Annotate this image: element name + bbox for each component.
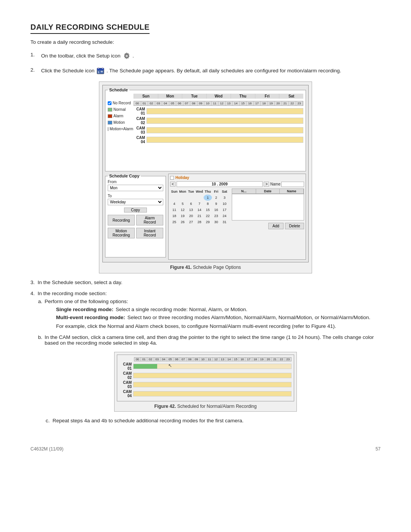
step4a-num: a.	[38, 299, 42, 332]
cam-row-03: CAM 03	[134, 126, 303, 134]
cal-day-24[interactable]: 24	[220, 213, 229, 219]
svg-text:1: 1	[98, 71, 99, 73]
figure-41-text: Schedule Page Options	[193, 265, 241, 270]
svg-rect-4	[98, 67, 99, 69]
name-label: Name	[270, 182, 280, 186]
copy-button[interactable]: Copy	[124, 208, 147, 212]
cam-grid: 00 01 02 03 04 05 06 07 08 09 10 11 12 1…	[134, 101, 303, 145]
fig42-cam-01-label: CAM 01	[119, 362, 133, 371]
holiday-label: Holiday	[175, 176, 189, 180]
cal-day-25[interactable]: 25	[170, 219, 178, 225]
cal-day-12[interactable]: 12	[178, 207, 187, 213]
cam-02-cells[interactable]	[147, 118, 303, 124]
cal-day-20[interactable]: 20	[187, 213, 195, 219]
cam-03-cells[interactable]	[147, 127, 303, 133]
fig42-cam-03-row: CAM 03	[119, 380, 292, 389]
fig42-cam-03-label: CAM 03	[119, 380, 133, 389]
day-fri: Fri	[255, 94, 279, 99]
cal-day-31[interactable]: 31	[220, 219, 229, 225]
gear-icon	[123, 52, 131, 60]
step-4c-block: c. Repeat steps 4a and 4b to schedule ad…	[46, 418, 381, 423]
cal-day-28[interactable]: 28	[195, 219, 204, 225]
cal-day-4[interactable]: 4	[170, 201, 178, 207]
cal-week-3: 11 12 13 14 15 16 17	[170, 207, 229, 213]
page-title: DAILY RECORDING SCHEDULE	[30, 23, 150, 34]
cal-day-19[interactable]: 19	[178, 213, 187, 219]
bullet-list: Single recording mode: Select a single r…	[56, 307, 370, 320]
step-3-block: 3. In the Schedule section, select a day…	[30, 280, 381, 285]
day-tue: Tue	[182, 94, 206, 99]
cal-day-15[interactable]: 15	[204, 207, 212, 213]
fig42-cam-03-cells[interactable]	[133, 382, 292, 387]
cal-day-3[interactable]: 3	[220, 195, 229, 201]
cal-day-5[interactable]: 5	[178, 201, 187, 207]
cal-day-6[interactable]: 6	[187, 201, 195, 207]
step4a-main: Perform one of the following options:	[45, 299, 128, 304]
ht-date-header: Date	[256, 189, 280, 193]
add-holiday-button[interactable]: Add	[268, 223, 284, 229]
alarm-record-button[interactable]: Alarm Record	[136, 215, 163, 225]
cal-day-8[interactable]: 8	[204, 201, 212, 207]
cal-day-9[interactable]: 9	[212, 201, 220, 207]
fig42-cam-02-cells[interactable]	[133, 373, 292, 378]
cal-day-11[interactable]: 11	[170, 207, 178, 213]
schedule-copy-legend: Schedule Copy	[108, 174, 141, 178]
cal-day-1[interactable]: 1	[204, 195, 212, 201]
cal-day-21[interactable]: 21	[195, 213, 204, 219]
step1-content: On the toolbar, click the Setup icon .	[41, 52, 134, 60]
schedule-panel: Schedule Sun Mon Tue Wed Thu Fri Sat	[102, 85, 309, 262]
recording-button[interactable]: Recording	[108, 215, 135, 225]
holiday-name-input[interactable]	[281, 182, 304, 187]
multi-mode-bold: Multi-event recording mode:	[56, 315, 125, 320]
fig42-cam-01-green	[134, 364, 157, 369]
holiday-checkbox-box	[170, 176, 174, 180]
cal-day-27[interactable]: 27	[187, 219, 195, 225]
motion-color	[108, 121, 112, 125]
cal-week-4: 18 19 20 21 22 23 24	[170, 213, 229, 219]
cursor-indicator: ↖	[168, 363, 172, 368]
step1-num: 1.	[30, 52, 39, 60]
ht-name-header: Name	[280, 189, 304, 193]
delete-holiday-button[interactable]: Delete	[285, 223, 304, 229]
step4c-num: c.	[46, 418, 50, 423]
prev-month-button[interactable]: <	[170, 182, 175, 187]
cal-day-29[interactable]: 29	[204, 219, 212, 225]
step4a-item: a. Perform one of the following options:…	[38, 299, 381, 332]
motion-recording-button[interactable]: Motion Recording	[108, 228, 135, 238]
fig42-cam-02-label: CAM 02	[119, 371, 133, 380]
to-select[interactable]: Weekday	[108, 199, 163, 205]
holiday-table-body	[232, 194, 304, 220]
fig42-cam-01-cells[interactable]: ↖	[133, 364, 292, 369]
no-record-checkbox[interactable]	[108, 101, 112, 105]
fig42-cam-04-row: CAM 04	[119, 390, 292, 398]
fig42-cam-04-cells[interactable]	[133, 391, 292, 396]
cal-day-10[interactable]: 10	[220, 201, 229, 207]
from-select[interactable]: Mon	[108, 185, 163, 191]
cam-01-cells[interactable]	[147, 108, 303, 114]
schedule-copy-fieldset: Schedule Copy From Mon To Weekday Copy R…	[105, 174, 166, 257]
alarm-color	[108, 114, 112, 118]
cal-day-30[interactable]: 30	[212, 219, 220, 225]
next-month-button[interactable]: >	[264, 182, 269, 187]
cal-day-18[interactable]: 18	[170, 213, 178, 219]
cam-04-label: CAM 04	[134, 136, 147, 144]
cam-04-cells[interactable]	[147, 137, 303, 143]
cal-day-13[interactable]: 13	[187, 207, 195, 213]
cal-day-26[interactable]: 26	[178, 219, 187, 225]
schedule-bottom: Schedule Copy From Mon To Weekday Copy R…	[105, 174, 306, 260]
cal-day-23[interactable]: 23	[212, 213, 220, 219]
step2-suffix: . The Schedule page appears. By default,…	[107, 68, 341, 73]
cal-day-7[interactable]: 7	[195, 201, 204, 207]
holiday-action-row: Add Delete	[232, 223, 304, 229]
instant-record-button[interactable]: Instant Record	[136, 228, 163, 238]
cal-day-2[interactable]: 2	[212, 195, 220, 201]
figure-41-caption: Figure 41. Schedule Page Options	[102, 265, 309, 270]
normal-label: Normal	[113, 107, 126, 112]
cal-day-22[interactable]: 22	[204, 213, 212, 219]
cal-day-16[interactable]: 16	[212, 207, 220, 213]
cal-day-14[interactable]: 14	[195, 207, 204, 213]
step4-text: In the recording mode section:	[38, 291, 107, 296]
cal-day-17[interactable]: 17	[220, 207, 229, 213]
action-row-2: Motion Recording Instant Record	[108, 228, 163, 238]
normal-color	[108, 108, 112, 112]
